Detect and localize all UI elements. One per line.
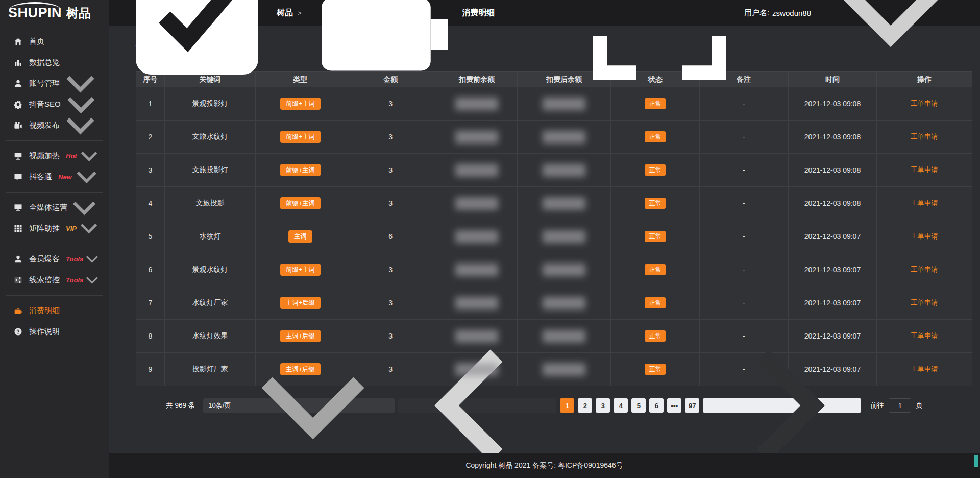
breadcrumb-item-home[interactable]: 树品 — [120, 0, 293, 90]
cell-time: 2021-12-03 09:08 — [788, 87, 877, 121]
consume-icon — [14, 306, 22, 315]
sidebar-item-all-media-operation[interactable]: 全媒体运营 — [0, 197, 109, 218]
masked-balance-after — [543, 297, 585, 309]
masked-balance-after — [543, 197, 585, 210]
status-badge: 正常 — [645, 297, 666, 309]
sidebar-item-label: 消费明细 — [29, 306, 60, 316]
breadcrumb: 树品 > 消费明细 — [120, 0, 495, 90]
sidebar-item-home[interactable]: 首页 — [0, 31, 109, 52]
video-icon — [14, 121, 22, 130]
cell-remark: - — [699, 187, 788, 220]
sidebar-item-label: 操作说明 — [29, 327, 60, 337]
cell-remark: - — [699, 253, 788, 286]
page-button-5[interactable]: 5 — [631, 398, 646, 413]
member-icon — [14, 255, 22, 264]
help-icon — [14, 327, 22, 336]
logo-text-en: SHUPIN — [8, 6, 62, 20]
page-button-3[interactable]: 3 — [596, 398, 610, 413]
chevron-down-icon — [83, 271, 101, 289]
breadcrumb-item-current[interactable]: 消费明细 — [306, 0, 495, 90]
sidebar-item-label: 视频加热 — [29, 151, 60, 161]
table-row: 4文旅投影前缀+主词3正常-2021-12-03 09:08工单申请 — [136, 187, 972, 220]
page-size-select[interactable]: 10条/页 — [203, 398, 395, 413]
cell-index: 3 — [136, 154, 165, 187]
sidebar-item-clue-monitor[interactable]: 线索监控Tools — [0, 270, 109, 291]
cell-keyword: 景观水纹灯 — [164, 253, 256, 286]
sidebar-item-douketong[interactable]: 抖客通New — [0, 166, 109, 187]
goto-page-input[interactable] — [889, 398, 911, 413]
work-order-link[interactable]: 工单申请 — [911, 199, 938, 207]
masked-balance-before — [455, 197, 498, 210]
goto-label: 前往 — [870, 401, 884, 410]
sidebar-item-instructions[interactable]: 操作说明 — [0, 321, 109, 342]
cell-amount: 3 — [345, 87, 436, 121]
sidebar-item-tag: Tools — [66, 255, 83, 263]
breadcrumb-label: 树品 — [277, 8, 293, 18]
sidebar-item-label: 账号管理 — [29, 79, 60, 88]
work-order-link[interactable]: 工单申请 — [911, 332, 938, 340]
main-content: 余额:24856.00 序号关键词类型金额扣费前余额扣费后余额状态备注时间操作 … — [109, 26, 980, 478]
table-row: 7水纹灯厂家主词+后缀3正常-2021-12-03 09:07工单申请 — [136, 286, 972, 320]
status-badge: 正常 — [645, 330, 666, 342]
cell-time: 2021-12-03 09:08 — [788, 154, 877, 187]
sidebar-divider — [6, 244, 103, 244]
masked-balance-before — [455, 297, 498, 309]
page-button-2[interactable]: 2 — [578, 398, 592, 413]
masked-balance-after — [543, 164, 585, 177]
goto-unit: 页 — [916, 401, 923, 410]
cell-keyword: 文旅投影灯 — [164, 154, 256, 187]
cell-index: 1 — [136, 87, 165, 121]
sidebar-item-label: 首页 — [29, 37, 44, 46]
page-button-6[interactable]: 6 — [649, 398, 664, 413]
sidebar-item-consume-detail[interactable]: 消费明细 — [0, 300, 109, 321]
sidebar-item-label: 矩阵助推 — [29, 224, 60, 233]
masked-balance-before — [455, 230, 498, 243]
keyword-type-badge: 前缀+主词 — [280, 264, 321, 276]
cell-index: 2 — [136, 121, 165, 154]
cell-index: 9 — [136, 353, 165, 386]
cell-keyword: 水纹灯 — [164, 220, 256, 253]
work-order-link[interactable]: 工单申请 — [911, 266, 938, 273]
work-order-link[interactable]: 工单申请 — [911, 166, 938, 174]
sidebar-item-member-burst[interactable]: 会员爆客Tools — [0, 249, 109, 270]
cell-index: 4 — [136, 187, 165, 220]
user-menu[interactable]: 用户名: zswodun88 — [744, 0, 967, 90]
work-order-link[interactable]: 工单申请 — [911, 365, 938, 373]
page-button-97[interactable]: 97 — [685, 398, 699, 413]
sidebar-item-video-publish[interactable]: 视频发布 — [0, 115, 109, 136]
work-order-link[interactable]: 工单申请 — [911, 299, 938, 306]
scrollbar-thumb[interactable] — [974, 455, 978, 467]
chat-icon — [14, 173, 22, 181]
masked-balance-after — [543, 131, 585, 144]
cell-amount: 6 — [345, 220, 436, 253]
work-order-link[interactable]: 工单申请 — [911, 133, 938, 140]
page-button-4[interactable]: 4 — [614, 398, 628, 413]
sidebar-item-label: 会员爆客 — [29, 254, 60, 264]
cell-time: 2021-12-03 09:07 — [788, 253, 877, 286]
pagination: 共 969 条 10条/页 123456•••97 前往 页 — [109, 398, 980, 413]
sidebar-item-matrix-boost[interactable]: 矩阵助推VIP — [0, 218, 109, 239]
next-page-button[interactable] — [703, 398, 861, 413]
page-ellipsis-button[interactable]: ••• — [667, 398, 681, 413]
chart-icon — [14, 58, 22, 67]
page-button-1[interactable]: 1 — [560, 398, 574, 413]
fullscreen-icon[interactable] — [583, 0, 736, 90]
sidebar: 首页数据总览账号管理抖音SEO视频发布视频加热Hot抖客通New全媒体运营矩阵助… — [0, 26, 109, 478]
cell-remark: - — [699, 286, 788, 320]
status-badge: 正常 — [645, 364, 666, 375]
status-badge: 正常 — [645, 98, 666, 110]
masked-balance-before — [455, 264, 498, 276]
cell-time: 2021-12-03 09:07 — [788, 286, 877, 320]
status-badge: 正常 — [645, 164, 666, 176]
table-row: 5水纹灯主词6正常-2021-12-03 09:07工单申请 — [136, 220, 972, 253]
sidebar-item-label: 数据总览 — [29, 58, 60, 67]
masked-balance-before — [455, 363, 498, 376]
cell-amount: 3 — [345, 253, 436, 286]
chevron-down-icon — [83, 250, 101, 268]
prev-page-button[interactable] — [398, 398, 556, 413]
status-badge: 正常 — [645, 198, 666, 209]
cell-index: 7 — [136, 286, 165, 320]
work-order-link[interactable]: 工单申请 — [911, 100, 938, 107]
consume-icon — [306, 0, 459, 90]
work-order-link[interactable]: 工单申请 — [911, 232, 938, 240]
